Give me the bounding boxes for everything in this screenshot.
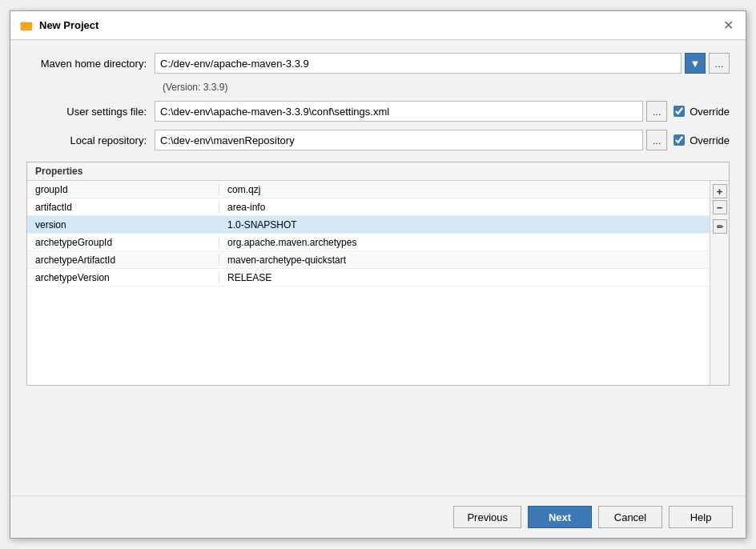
prop-value: RELEASE bbox=[219, 272, 710, 283]
maven-home-row: Maven home directory: ▼ ... bbox=[26, 53, 730, 74]
user-settings-override-group: Override bbox=[674, 106, 730, 118]
local-repo-row: Local repository: ... Override bbox=[26, 130, 730, 150]
table-row[interactable]: artifactId area-info bbox=[27, 198, 710, 216]
browse-icon-3: ... bbox=[653, 134, 662, 146]
maven-home-label: Maven home directory: bbox=[26, 58, 155, 70]
prop-key: archetypeVersion bbox=[27, 272, 219, 283]
dialog-title: New Project bbox=[39, 19, 99, 31]
user-settings-override-checkbox[interactable] bbox=[674, 106, 685, 117]
prop-value: org.apache.maven.archetypes bbox=[219, 237, 710, 248]
maven-home-input[interactable] bbox=[155, 53, 682, 74]
local-repo-input-group: ... Override bbox=[155, 130, 730, 150]
local-repo-browse-btn[interactable]: ... bbox=[646, 130, 667, 150]
properties-list: groupId com.qzj artifactId area-info ver… bbox=[27, 181, 710, 385]
remove-property-button[interactable]: − bbox=[713, 200, 727, 214]
browse-icon: ... bbox=[715, 58, 724, 70]
table-row[interactable]: groupId com.qzj bbox=[27, 181, 710, 198]
local-repo-input[interactable] bbox=[155, 130, 643, 150]
prop-key: artifactId bbox=[27, 202, 219, 213]
prop-value: maven-archetype-quickstart bbox=[219, 254, 710, 266]
prop-key: groupId bbox=[27, 184, 219, 195]
local-repo-override-checkbox[interactable] bbox=[674, 134, 685, 146]
svg-rect-1 bbox=[21, 22, 26, 25]
user-settings-input[interactable] bbox=[155, 101, 643, 122]
prop-key: archetypeGroupId bbox=[27, 237, 219, 248]
dropdown-icon: ▼ bbox=[690, 58, 701, 70]
add-property-button[interactable]: + bbox=[713, 184, 727, 198]
edit-property-button[interactable]: ✏ bbox=[713, 219, 727, 234]
add-icon: + bbox=[717, 186, 723, 198]
title-bar: New Project ✕ bbox=[10, 11, 746, 40]
help-button[interactable]: Help bbox=[669, 506, 733, 528]
new-project-dialog: New Project ✕ Maven home directory: ▼ ..… bbox=[10, 10, 746, 539]
maven-home-dropdown-btn[interactable]: ▼ bbox=[685, 53, 706, 74]
table-row[interactable]: archetypeArtifactId maven-archetype-quic… bbox=[27, 251, 710, 269]
dialog-icon bbox=[20, 19, 33, 32]
properties-section: Properties groupId com.qzj artifactId bbox=[26, 162, 730, 386]
next-button[interactable]: Next bbox=[528, 506, 592, 528]
remove-icon: − bbox=[717, 202, 723, 214]
properties-table: groupId com.qzj artifactId area-info ver… bbox=[27, 181, 729, 385]
local-repo-override-group: Override bbox=[674, 134, 730, 146]
prop-value: area-info bbox=[219, 202, 710, 213]
table-row[interactable]: archetypeGroupId org.apache.maven.archet… bbox=[27, 234, 710, 251]
prop-value: com.qzj bbox=[219, 184, 710, 195]
maven-version-text: (Version: 3.3.9) bbox=[163, 82, 730, 93]
user-settings-row: User settings file: ... Override bbox=[26, 101, 730, 122]
prop-value: 1.0-SNAPSHOT bbox=[219, 219, 710, 230]
cancel-button[interactable]: Cancel bbox=[598, 506, 662, 528]
local-repo-label: Local repository: bbox=[26, 134, 155, 146]
previous-button[interactable]: Previous bbox=[453, 506, 521, 528]
properties-header: Properties bbox=[27, 162, 729, 181]
table-row[interactable]: version 1.0-SNAPSHOT bbox=[27, 216, 710, 234]
user-settings-input-group: ... Override bbox=[155, 101, 730, 122]
close-button[interactable]: ✕ bbox=[720, 18, 736, 34]
user-settings-label: User settings file: bbox=[26, 106, 155, 118]
prop-key: archetypeArtifactId bbox=[27, 254, 219, 266]
user-settings-browse-btn[interactable]: ... bbox=[646, 101, 667, 122]
title-bar-left: New Project bbox=[20, 19, 99, 32]
dialog-content: Maven home directory: ▼ ... (Version: 3.… bbox=[10, 40, 746, 495]
maven-home-browse-btn[interactable]: ... bbox=[709, 53, 730, 74]
user-settings-override-label: Override bbox=[690, 106, 730, 118]
dialog-footer: Previous Next Cancel Help bbox=[10, 495, 746, 538]
edit-icon: ✏ bbox=[717, 222, 723, 231]
prop-key: version bbox=[27, 219, 219, 230]
properties-full-row: Properties groupId com.qzj artifactId bbox=[26, 158, 730, 386]
prop-actions-panel: + − ✏ bbox=[710, 181, 729, 385]
properties-wrapper: Properties groupId com.qzj artifactId bbox=[26, 158, 730, 386]
table-row[interactable]: archetypeVersion RELEASE bbox=[27, 269, 710, 287]
local-repo-override-label: Override bbox=[690, 134, 730, 146]
maven-home-input-group: ▼ ... bbox=[155, 53, 730, 74]
browse-icon-2: ... bbox=[653, 106, 662, 118]
